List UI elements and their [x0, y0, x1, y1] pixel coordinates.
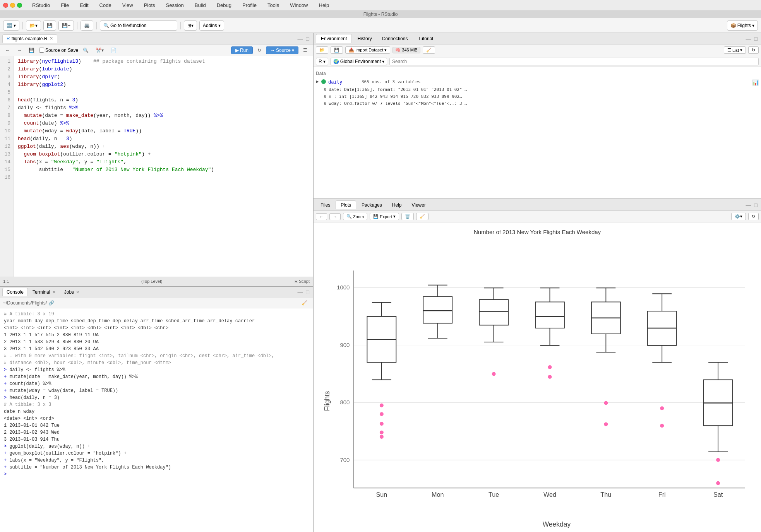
save-workspace-button[interactable]: 💾 [331, 46, 343, 54]
editor-more-button[interactable]: ☰ [301, 47, 310, 54]
menu-rstudio[interactable]: RStudio [30, 2, 52, 9]
env-minimize-btn[interactable]: — [745, 36, 752, 42]
plot-back-button[interactable]: ← [316, 213, 327, 220]
r-session-dropdown[interactable]: R ▾ [316, 58, 328, 65]
clear-plots-button[interactable]: 🧹 [416, 213, 428, 220]
menu-file[interactable]: File [58, 2, 71, 9]
menu-profile[interactable]: Profile [240, 2, 259, 9]
console-content[interactable]: # A tibble: 3 x 19 year month day dep_ti… [0, 308, 313, 532]
source-button[interactable]: → Source ▾ [266, 46, 298, 54]
terminal-tab[interactable]: Terminal ✕ [29, 288, 60, 296]
env-tab-history[interactable]: History [353, 34, 376, 43]
open-file-button[interactable]: 📂▾ [26, 21, 41, 31]
forward-button[interactable]: → [15, 47, 24, 54]
clear-console-button[interactable]: 🧹 [299, 299, 310, 306]
menu-session[interactable]: Session [164, 2, 186, 9]
svg-point-58 [660, 424, 664, 428]
minimize-button[interactable] [10, 3, 15, 8]
daily-name[interactable]: daily [328, 79, 359, 85]
menu-window[interactable]: Window [288, 2, 310, 9]
global-env-dropdown[interactable]: 🌍 Global Environment ▾ [331, 58, 387, 65]
code-tools-button[interactable]: ✂️▾ [93, 47, 106, 54]
plot-forward-button[interactable]: → [329, 213, 341, 220]
delete-plot-button[interactable]: 🗑️ [401, 213, 414, 220]
console-maximize-btn[interactable]: □ [305, 289, 310, 295]
close-button[interactable] [3, 3, 8, 8]
source-on-save-label[interactable]: Source on Save [39, 48, 78, 53]
menu-code[interactable]: Code [97, 2, 114, 9]
editor-tab-flights[interactable]: R flights-example.R ✕ [2, 34, 57, 43]
menu-plots[interactable]: Plots [142, 2, 158, 9]
editor-minimize-btn[interactable]: — [297, 36, 304, 42]
svg-point-51 [604, 401, 608, 405]
run-button[interactable]: ▶ Run [231, 46, 253, 54]
save-button[interactable]: 💾 [43, 21, 56, 31]
source-on-save-checkbox[interactable] [39, 48, 44, 53]
jobs-tab-close[interactable]: ✕ [76, 290, 79, 294]
plot-title: Number of 2013 New York Flights Each Wee… [474, 229, 601, 235]
addins-button[interactable]: Addins ▾ [199, 21, 224, 31]
go-to-file-button[interactable]: 🔍 Go to file/function [100, 21, 177, 31]
terminal-tab-close[interactable]: ✕ [52, 290, 56, 294]
re-run-button[interactable]: ↻ [255, 47, 264, 54]
editor-pane-controls: — □ [297, 36, 310, 42]
export-button[interactable]: 💾 Export ▾ [370, 213, 399, 220]
cursor-position: 1:1 [3, 279, 9, 284]
env-tab-tutorial[interactable]: Tutorial [413, 34, 438, 43]
traffic-lights [3, 3, 22, 8]
title-bar: Flights - RStudio [0, 11, 761, 18]
menu-debug[interactable]: Debug [214, 2, 234, 9]
editor-tab-close[interactable]: ✕ [50, 36, 53, 41]
files-tab-plots[interactable]: Plots [336, 200, 356, 209]
refresh-env-button[interactable]: ↻ [748, 46, 759, 54]
env-maximize-btn[interactable]: □ [753, 36, 759, 42]
workspace-button[interactable]: ⊞▾ [184, 21, 197, 31]
env-global-bar: R ▾ 🌍 Global Environment ▾ [314, 56, 761, 67]
environment-pane: Environment History Connections Tutorial… [314, 33, 761, 199]
svg-point-20 [380, 422, 384, 426]
env-tab-environment[interactable]: Environment [316, 34, 352, 43]
files-tab-files[interactable]: Files [316, 201, 335, 209]
files-minimize-btn[interactable]: — [745, 202, 752, 208]
project-button[interactable]: 📦 Flights ▾ [727, 21, 758, 31]
new-file-button[interactable]: 🆕▾ [3, 21, 19, 31]
editor-tab-bar: R flights-example.R ✕ — □ [0, 33, 313, 44]
menu-view[interactable]: View [120, 2, 135, 9]
menu-help[interactable]: Help [317, 2, 332, 9]
env-item-daily: ▶ daily 365 obs. of 3 variables 📊 [316, 79, 759, 86]
clear-workspace-button[interactable]: 🧹 [423, 46, 435, 54]
menu-tools[interactable]: Tools [265, 2, 281, 9]
back-button[interactable]: ← [3, 47, 12, 54]
list-view-button[interactable]: ☰ List ▾ [724, 46, 746, 54]
files-maximize-btn[interactable]: □ [753, 202, 759, 208]
console-tab[interactable]: Console [2, 288, 28, 296]
expand-daily-btn[interactable]: ▶ [316, 79, 319, 84]
menu-edit[interactable]: Edit [77, 2, 91, 9]
sep4 [180, 22, 181, 29]
view-daily-btn[interactable]: 📊 [752, 79, 759, 86]
plot-options-button[interactable]: ⚙️▾ [731, 213, 746, 220]
files-tab-viewer[interactable]: Viewer [407, 201, 430, 209]
import-dataset-button[interactable]: 📥 Import Dataset ▾ [345, 46, 390, 54]
plot-refresh-button[interactable]: ↻ [748, 213, 759, 220]
path-link-icon[interactable]: 🔗 [48, 300, 54, 306]
files-tab-help[interactable]: Help [387, 201, 406, 209]
editor-toolbar: ← → 💾 Source on Save 🔍 ✂️▾ 📄 ▶ Run ↻ → S… [0, 44, 313, 56]
search-button[interactable]: 🔍 [81, 47, 91, 54]
code-area[interactable]: library(nycflights13) ## package contain… [14, 56, 313, 277]
files-tab-packages[interactable]: Packages [357, 201, 387, 209]
line-numbers: 12345678910111213141516 [0, 56, 14, 277]
save-all-button[interactable]: 💾+ [58, 21, 74, 31]
menu-build[interactable]: Build [192, 2, 208, 9]
maximize-button[interactable] [17, 3, 22, 8]
save-editor-button[interactable]: 💾 [26, 47, 37, 54]
jobs-tab[interactable]: Jobs ✕ [60, 288, 84, 296]
console-minimize-btn[interactable]: — [297, 289, 304, 295]
env-search-input[interactable] [389, 58, 759, 65]
zoom-button[interactable]: 🔍 Zoom [343, 213, 367, 220]
load-workspace-button[interactable]: 📂 [316, 46, 328, 54]
print-button[interactable]: 🖨️ [81, 21, 93, 31]
compile-button[interactable]: 📄 [108, 47, 119, 54]
env-tab-connections[interactable]: Connections [377, 34, 413, 43]
editor-maximize-btn[interactable]: □ [305, 36, 310, 42]
